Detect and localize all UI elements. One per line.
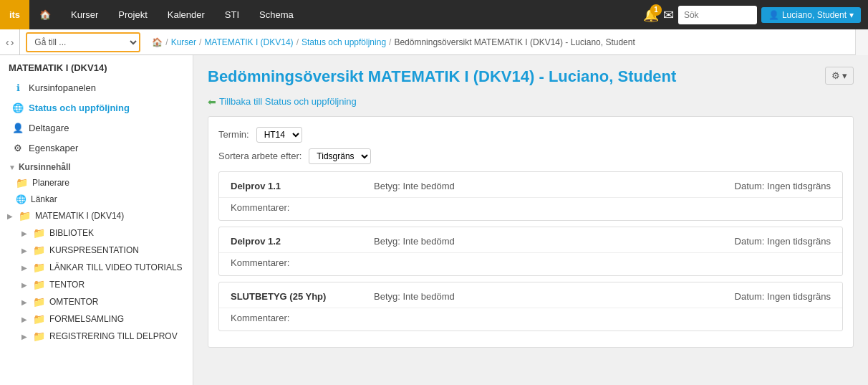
folder-kurspresentation[interactable]: ▶ 📁 KURSPRESENTATION — [0, 242, 193, 259]
nav-schema[interactable]: Schema — [249, 0, 304, 29]
nav-arrows: ‹ › — [0, 29, 20, 54]
expand-icon: ▼ — [9, 163, 16, 171]
sidebar-item-label: Kursinfopanelen — [29, 82, 96, 93]
assessment-card-3: SLUTBETYG (25 Yhp) Betyg: Inte bedömd Da… — [218, 282, 843, 331]
info-icon: ℹ — [11, 81, 24, 94]
top-navigation: its 🏠 Kurser Projekt Kalender STI Schema… — [0, 0, 868, 29]
sidebar: MATEMATIK I (DKV14) ℹ Kursinfopanelen 🌐 … — [0, 55, 193, 385]
folder-icon: 📁 — [33, 279, 45, 290]
folder-course-main[interactable]: ▶ 📁 MATEMATIK I (DKV14) — [0, 207, 193, 224]
nav-kalender[interactable]: Kalender — [158, 0, 215, 29]
assessment-date-1: Datum: Ingen tidsgräns — [735, 181, 831, 191]
date-label-3: Datum: — [735, 291, 765, 302]
grade-value-3: Inte bedömd — [402, 291, 454, 302]
expand-arrow-icon: ▶ — [21, 264, 27, 272]
assessment-comments-3: Kommentarer: — [219, 308, 842, 331]
nav-projekt[interactable]: Projekt — [108, 0, 157, 29]
assessment-date-2: Datum: Ingen tidsgräns — [735, 236, 831, 247]
search-input[interactable] — [678, 6, 757, 24]
sidebar-item-deltagare[interactable]: 👤 Deltagare — [0, 118, 193, 138]
settings-gear-button[interactable]: ⚙ ▾ — [825, 67, 854, 85]
expand-arrow-icon: ▶ — [21, 298, 27, 306]
folder-planerare[interactable]: 📁 Planerare — [0, 174, 193, 191]
nav-kurser[interactable]: Kurser — [61, 0, 108, 29]
breadcrumb-home-icon[interactable]: 🏠 — [152, 37, 163, 47]
page-title: Bedömningsöversikt MATEMATIK I (DKV14) -… — [208, 67, 676, 87]
sidebar-item-label: Egenskaper — [29, 143, 78, 153]
folder-tentor[interactable]: ▶ 📁 TENTOR — [0, 276, 193, 293]
grade-value-2: Inte bedömd — [402, 236, 454, 247]
nav-home[interactable]: 🏠 — [29, 0, 61, 29]
main-layout: MATEMATIK I (DKV14) ℹ Kursinfopanelen 🌐 … — [0, 55, 868, 385]
assessment-card-top-1: Delprov 1.1 Betyg: Inte bedömd Datum: In… — [219, 172, 842, 198]
user-menu-button[interactable]: 👤 Luciano, Student ▾ — [761, 7, 861, 23]
logo: its — [0, 0, 29, 29]
breadcrumb-status[interactable]: Status och uppföljning — [302, 37, 386, 47]
sort-filter-row: Sortera arbete efter: Tidsgräns — [218, 148, 843, 164]
mail-icon[interactable]: ✉ — [663, 7, 674, 23]
term-select[interactable]: HT14 — [256, 127, 302, 143]
sidebar-item-label: Status och uppföljning — [29, 103, 130, 113]
date-value-2: Ingen tidsgräns — [767, 236, 831, 247]
grade-value-1: Inte bedömd — [402, 181, 454, 191]
expand-arrow-icon: ▶ — [21, 333, 27, 341]
sub-navigation: ‹ › Gå till ... 🏠 / Kurser / MATEMATIK I… — [0, 29, 868, 55]
person-icon: 👤 — [11, 121, 24, 134]
date-value-1: Ingen tidsgräns — [767, 181, 831, 191]
expand-arrow-icon: ▶ — [21, 247, 27, 255]
expand-arrow-icon: ▶ — [7, 212, 13, 220]
user-icon: 👤 — [768, 10, 779, 20]
breadcrumb-kurser[interactable]: Kurser — [171, 37, 196, 47]
nav-back-button[interactable]: ‹ — [6, 37, 9, 48]
folder-icon: 📁 — [33, 244, 45, 256]
folder-formelsamling[interactable]: ▶ 📁 FORMELSAMLING — [0, 310, 193, 328]
assessment-name-1: Delprov 1.1 — [231, 181, 374, 191]
sidebar-item-kursinfopanelen[interactable]: ℹ Kursinfopanelen — [0, 77, 193, 98]
expand-arrow-icon: ▶ — [21, 281, 27, 289]
notification-bell[interactable]: 🔔 1 — [643, 7, 659, 23]
assessment-comments-2: Kommentarer: — [219, 253, 842, 275]
gear-icon: ⚙ — [11, 141, 24, 154]
main-header: Bedömningsöversikt MATEMATIK I (DKV14) -… — [193, 55, 868, 93]
nav-forward-button[interactable]: › — [11, 37, 14, 48]
back-link[interactable]: Tillbaka till Status och uppföljning — [219, 96, 357, 107]
kursinnehall-section: ▼ Kursinnehåll — [0, 158, 193, 174]
assessment-comments-1: Kommentarer: — [219, 198, 842, 220]
folder-icon: 📁 — [33, 313, 45, 325]
grade-label-1: Betyg: — [374, 181, 400, 191]
breadcrumb-current: Bedömningsöversikt MATEMATIK I (DKV14) -… — [394, 37, 635, 47]
back-arrow-icon: ⬅ — [208, 96, 216, 108]
back-link-area: ⬅ Tillbaka till Status och uppföljning — [193, 93, 868, 116]
sidebar-item-status[interactable]: 🌐 Status och uppföljning — [0, 98, 193, 118]
folder-icon: 📁 — [33, 227, 45, 239]
globe-icon: 🌐 — [11, 101, 24, 114]
breadcrumb: 🏠 / Kurser / MATEMATIK I (DKV14) / Statu… — [146, 37, 855, 47]
nav-sti[interactable]: STI — [215, 0, 249, 29]
assessment-card-2: Delprov 1.2 Betyg: Inte bedömd Datum: In… — [218, 227, 843, 276]
assessment-card-top-3: SLUTBETYG (25 Yhp) Betyg: Inte bedömd Da… — [219, 282, 842, 308]
date-value-3: Ingen tidsgräns — [767, 291, 831, 302]
sidebar-item-egenskaper[interactable]: ⚙ Egenskaper — [0, 138, 193, 158]
date-label-2: Datum: — [735, 236, 765, 247]
folder-lankar-video[interactable]: ▶ 📁 LÄNKAR TILL VIDEO TUTORIALS — [0, 259, 193, 276]
assessments-area: Delprov 1.1 Betyg: Inte bedömd Datum: In… — [218, 171, 843, 331]
assessment-card-1: Delprov 1.1 Betyg: Inte bedömd Datum: In… — [218, 171, 843, 221]
sidebar-course-title: MATEMATIK I (DKV14) — [0, 55, 193, 77]
main-panel: Termin: HT14 Sortera arbete efter: Tidsg… — [208, 116, 854, 348]
folder-omtentor[interactable]: ▶ 📁 OMTENTOR — [0, 293, 193, 310]
expand-arrow-icon: ▶ — [21, 229, 27, 237]
user-label: Luciano, Student — [782, 10, 847, 20]
folder-lankar[interactable]: 🌐 Länkar — [0, 191, 193, 207]
goto-select[interactable]: Gå till ... — [26, 32, 140, 52]
breadcrumb-course[interactable]: MATEMATIK I (DKV14) — [204, 37, 293, 47]
topright-area: 🔔 1 ✉ 👤 Luciano, Student ▾ — [643, 6, 868, 24]
folder-icon: 📁 — [33, 296, 45, 308]
folder-registrering[interactable]: ▶ 📁 REGISTRERING TILL DELPROV — [0, 328, 193, 345]
notification-badge: 1 — [650, 4, 662, 16]
folder-planerare-icon: 📁 — [16, 177, 28, 189]
folder-icon: 📁 — [33, 331, 45, 342]
folder-icon: 📁 — [33, 262, 45, 273]
folder-bibliotek[interactable]: ▶ 📁 BIBLIOTEK — [0, 224, 193, 242]
grade-label-3: Betyg: — [374, 291, 400, 302]
sort-select[interactable]: Tidsgräns — [309, 148, 371, 164]
